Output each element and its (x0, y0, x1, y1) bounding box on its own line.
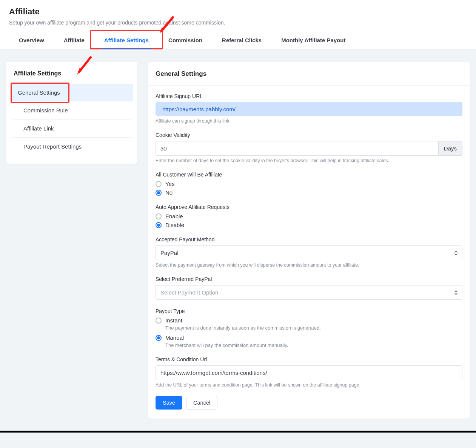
tab-affiliate-settings-label: Affiliate Settings (104, 37, 149, 43)
field-terms-url: Terms & Condition Url Add the URL of you… (156, 356, 462, 388)
radio-icon (156, 190, 162, 196)
tab-monthly-payout[interactable]: Monthly Affiliate Payout (271, 33, 355, 49)
help-terms-url: Add the URL of your terms and condition … (156, 382, 462, 388)
tab-overview[interactable]: Overview (9, 33, 54, 49)
label-terms-url: Terms & Condition Url (156, 356, 462, 362)
payout-method-select[interactable]: PayPal (156, 245, 462, 260)
tab-affiliate[interactable]: Affiliate (54, 33, 94, 49)
sidebar-item-label: Commission Rule (23, 107, 68, 114)
preferred-paypal-select[interactable]: Select Payment Option (156, 285, 462, 300)
radio-auto-approve-disable[interactable]: Disable (156, 222, 462, 228)
label-payout-type: Payout Type (156, 308, 462, 314)
page-title: Affiliate (9, 7, 467, 17)
radio-icon (156, 318, 162, 324)
radio-label: Enable (165, 213, 183, 219)
page-subtitle: Setup your own affiliate program and get… (9, 20, 467, 26)
page-header: Affiliate Setup your own affiliate progr… (0, 0, 476, 49)
label-cookie: Cookie Validity (156, 132, 462, 138)
radio-label: Instant (165, 317, 182, 324)
radio-auto-approve-enable[interactable]: Enable (156, 213, 462, 219)
help-signup-url: Affiliate can signup through this link. (156, 118, 462, 124)
tab-commission[interactable]: Commission (159, 33, 212, 49)
help-cookie: Enter the number of days to set the cook… (156, 158, 462, 163)
field-cookie-validity: Cookie Validity Days Enter the number of… (156, 132, 462, 163)
radio-all-customer-yes[interactable]: Yes (156, 181, 462, 187)
radio-label: Disable (165, 222, 184, 228)
sidebar-item-payout-report-settings[interactable]: Payout Report Settings (13, 138, 131, 155)
radio-icon (156, 181, 162, 187)
label-preferred-paypal: Select Preferred PayPal (156, 276, 462, 282)
field-all-customer: All Customer Will Be Affiliate Yes No (156, 172, 462, 196)
tab-affiliate-settings[interactable]: Affiliate Settings (94, 33, 159, 49)
label-payout-method: Accepted Payout Method (156, 236, 462, 242)
save-button[interactable]: Save (156, 396, 182, 410)
field-payout-type: Payout Type Instant The payment is done … (156, 308, 462, 348)
radio-label: No (165, 189, 173, 196)
cookie-input[interactable] (156, 141, 439, 156)
content-area: Affiliate Settings General Settings Comm… (0, 49, 476, 430)
sidebar: Affiliate Settings General Settings Comm… (6, 62, 137, 164)
help-payout-manual: The merchant will pay the commission amo… (165, 342, 462, 348)
sidebar-item-label: General Settings (18, 89, 60, 96)
radio-payout-instant[interactable]: Instant (156, 317, 462, 324)
terms-url-input[interactable] (156, 365, 462, 380)
sidebar-item-label: Affiliate Link (23, 125, 54, 132)
sidebar-title: Affiliate Settings (6, 68, 137, 84)
button-row: Save Cancel (156, 396, 462, 410)
radio-icon (156, 222, 162, 228)
radio-label: Manual (165, 334, 184, 341)
sidebar-item-affiliate-link[interactable]: Affiliate Link (13, 120, 131, 138)
main-panel: General Settings Affiliate Signup URL ht… (148, 62, 470, 419)
form-body: Affiliate Signup URL https://payments.pa… (148, 86, 470, 419)
footer-divider (0, 431, 476, 433)
help-payout-instant: The payment is done instantly as soon as… (165, 325, 462, 331)
radio-label: Yes (165, 181, 174, 187)
field-preferred-paypal: Select Preferred PayPal Select Payment O… (156, 276, 462, 300)
signup-url-value[interactable]: https://payments.pabbly.com/ (156, 102, 462, 116)
sidebar-item-label: Payout Report Settings (23, 143, 82, 150)
radio-icon (156, 335, 162, 341)
tab-bar: Overview Affiliate Affiliate Settings Co… (9, 33, 467, 49)
cookie-addon: Days (439, 141, 462, 156)
field-auto-approve: Auto Approve Affiliate Requests Enable D… (156, 204, 462, 228)
cancel-button[interactable]: Cancel (186, 396, 217, 410)
label-auto-approve: Auto Approve Affiliate Requests (156, 204, 462, 210)
help-payout-method: Select the payment gateway from which yo… (156, 262, 462, 268)
radio-payout-manual[interactable]: Manual (156, 334, 462, 341)
tab-referral-clicks[interactable]: Referral Clicks (212, 33, 271, 49)
label-all-customer: All Customer Will Be Affiliate (156, 172, 462, 178)
radio-icon (156, 213, 162, 219)
label-signup-url: Affiliate Signup URL (156, 93, 462, 99)
field-signup-url: Affiliate Signup URL https://payments.pa… (156, 93, 462, 124)
radio-all-customer-no[interactable]: No (156, 189, 462, 196)
sidebar-item-commission-rule[interactable]: Commission Rule (13, 101, 131, 120)
field-payout-method: Accepted Payout Method PayPal Select the… (156, 236, 462, 268)
sidebar-item-general-settings[interactable]: General Settings (11, 84, 133, 101)
main-title: General Settings (148, 62, 470, 86)
